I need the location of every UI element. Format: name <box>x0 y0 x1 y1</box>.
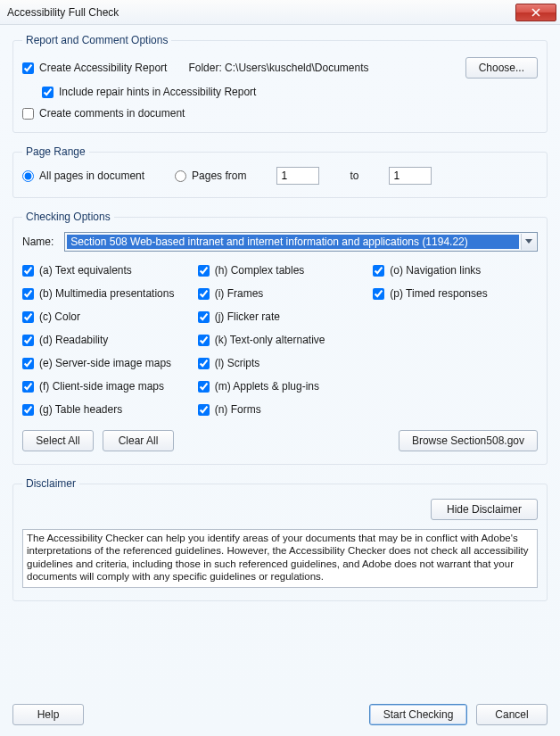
create-comments-input[interactable] <box>22 108 34 120</box>
chk-b[interactable]: (b) Multimedia presentations <box>22 287 187 300</box>
checking-options-legend: Checking Options <box>22 211 114 223</box>
close-icon <box>531 8 540 17</box>
window-title: Accessibility Full Check <box>7 6 119 19</box>
chk-e[interactable]: (e) Server-side image maps <box>22 357 187 369</box>
all-pages-label: All pages in document <box>39 170 144 182</box>
chk-n[interactable]: (n) Forms <box>198 403 363 416</box>
chk-d[interactable]: (d) Readability <box>22 334 187 346</box>
include-hints-label: Include repair hints in Accessibility Re… <box>59 86 256 98</box>
disclaimer-text: The Accessibility Checker can help you i… <box>27 533 529 582</box>
chk-f[interactable]: (f) Client-side image maps <box>22 380 187 393</box>
create-report-checkbox[interactable]: Create Accessibility Report <box>22 62 167 74</box>
create-comments-label: Create comments in document <box>39 107 185 120</box>
cancel-button[interactable]: Cancel <box>476 704 548 725</box>
chk-g[interactable]: (g) Table headers <box>22 403 187 416</box>
pages-from-label: Pages from <box>192 170 246 182</box>
titlebar: Accessibility Full Check <box>0 0 560 25</box>
report-options-group: Report and Comment Options Create Access… <box>12 34 548 133</box>
choose-button[interactable]: Choose... <box>465 57 538 79</box>
chevron-down-icon <box>521 234 536 250</box>
folder-path: C:\Users\kuscheld\Documents <box>225 62 368 74</box>
name-label: Name: <box>22 236 54 248</box>
disclaimer-group: Disclaimer Hide Disclaimer The Accessibi… <box>12 477 548 601</box>
hide-disclaimer-button[interactable]: Hide Disclaimer <box>431 499 538 520</box>
create-comments-checkbox[interactable]: Create comments in document <box>22 107 538 120</box>
chk-a[interactable]: (a) Text equivalents <box>22 264 187 277</box>
folder-label: Folder: C:\Users\kuscheld\Documents <box>188 62 368 74</box>
check-items-grid: (a) Text equivalents (h) Complex tables … <box>22 264 538 416</box>
select-all-button[interactable]: Select All <box>22 430 94 451</box>
page-range-legend: Page Range <box>22 145 89 158</box>
include-hints-input[interactable] <box>42 87 54 98</box>
page-range-group: Page Range All pages in document Pages f… <box>12 145 548 198</box>
pages-from-input[interactable] <box>175 170 186 182</box>
to-label: to <box>350 170 358 182</box>
report-options-legend: Report and Comment Options <box>22 34 171 46</box>
browse-section508-button[interactable]: Browse Section508.gov <box>399 430 538 451</box>
chk-o[interactable]: (o) Navigation links <box>373 264 538 277</box>
chk-j[interactable]: (j) Flicker rate <box>198 310 363 323</box>
pages-from-radio[interactable]: Pages from <box>175 170 246 182</box>
all-pages-radio[interactable]: All pages in document <box>22 170 144 182</box>
chk-p[interactable]: (p) Timed responses <box>373 287 538 300</box>
bottom-button-bar: Help Start Checking Cancel <box>12 704 548 725</box>
clear-all-button[interactable]: Clear All <box>103 430 174 451</box>
help-button[interactable]: Help <box>12 704 84 725</box>
all-pages-input[interactable] <box>22 170 34 182</box>
create-report-label: Create Accessibility Report <box>39 62 167 74</box>
checking-name-value: Section 508 Web-based intranet and inter… <box>67 235 519 249</box>
create-report-input[interactable] <box>22 62 34 74</box>
chk-i[interactable]: (i) Frames <box>198 287 363 300</box>
close-button[interactable] <box>515 4 556 21</box>
checking-options-group: Checking Options Name: Section 508 Web-b… <box>12 211 548 465</box>
page-to-field[interactable] <box>389 167 432 185</box>
checking-name-select[interactable]: Section 508 Web-based intranet and inter… <box>64 232 538 252</box>
chk-c[interactable]: (c) Color <box>22 310 187 323</box>
disclaimer-textbox[interactable]: The Accessibility Checker can help you i… <box>22 529 538 588</box>
start-checking-button[interactable]: Start Checking <box>369 704 467 725</box>
chk-k[interactable]: (k) Text-only alternative <box>198 334 363 346</box>
page-from-field[interactable] <box>276 167 319 185</box>
chk-m[interactable]: (m) Applets & plug-ins <box>198 380 363 393</box>
disclaimer-legend: Disclaimer <box>22 477 79 490</box>
include-hints-checkbox[interactable]: Include repair hints in Accessibility Re… <box>42 86 538 98</box>
chk-h[interactable]: (h) Complex tables <box>198 264 363 277</box>
chk-l[interactable]: (l) Scripts <box>198 357 363 369</box>
